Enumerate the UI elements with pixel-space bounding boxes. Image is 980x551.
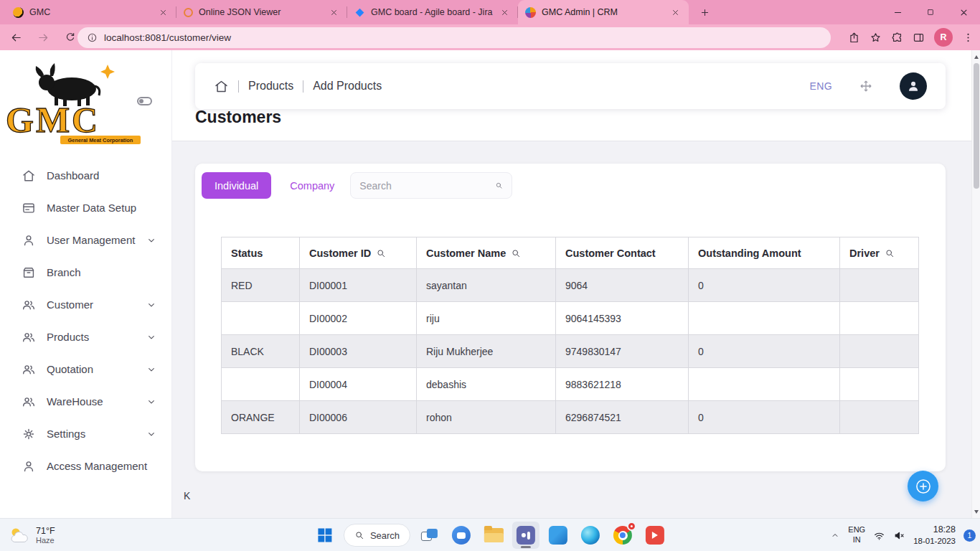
column-customer-id: Customer ID: [300, 237, 417, 269]
browser-tabs: GMC Online JSON Viewer GMC board - Agile…: [0, 0, 689, 24]
cell-customer-name: debashis: [417, 368, 556, 401]
profile-button[interactable]: [900, 72, 927, 100]
sidebar-item-customer[interactable]: Customer: [0, 288, 171, 321]
branch-icon: [22, 265, 36, 280]
user-avatar-icon: [906, 79, 920, 93]
edge-browser-button[interactable]: [577, 522, 604, 549]
sidebar-item-user-management[interactable]: User Management: [0, 224, 171, 256]
browser-menu-kebab-icon[interactable]: [962, 32, 974, 44]
tab-gmc-admin-crm[interactable]: GMC Admin | CRM: [518, 0, 689, 24]
weather-haze-icon: [9, 526, 30, 545]
bookmark-star-icon[interactable]: [870, 32, 882, 44]
sidebar-item-settings[interactable]: Settings: [0, 418, 171, 450]
browser-profile-avatar[interactable]: R: [934, 28, 953, 47]
side-panel-icon[interactable]: [913, 32, 925, 44]
home-icon[interactable]: [214, 79, 229, 94]
back-button[interactable]: [6, 27, 26, 47]
weather-widget[interactable]: 71°F Haze: [3, 519, 61, 551]
column-search-icon[interactable]: [511, 248, 521, 258]
tab-close-icon[interactable]: [499, 6, 511, 19]
add-products-link[interactable]: Add Products: [313, 80, 382, 93]
cell-status: [222, 302, 300, 335]
move-arrows-icon[interactable]: [859, 80, 872, 93]
task-view-button[interactable]: [415, 522, 443, 549]
window-minimize-button[interactable]: [881, 0, 914, 24]
table-row[interactable]: BLACK DI00003 Riju Mukherjee 9749830147 …: [222, 335, 919, 368]
table-row[interactable]: RED DI00001 sayantan 9064 0: [222, 269, 919, 302]
table-row[interactable]: ORANGE DI00006 rohon 6296874521 0: [222, 401, 919, 434]
scrollbar-thumb[interactable]: [974, 63, 979, 189]
weather-temp: 71°F: [36, 526, 55, 536]
customer-people-icon: [22, 298, 36, 312]
notification-count-badge[interactable]: 1: [963, 529, 976, 542]
customers-table-wrap: Status Customer ID Customer Name Custome…: [221, 237, 919, 434]
warehouse-icon: [22, 395, 36, 409]
cell-status: [222, 368, 300, 401]
start-button[interactable]: [311, 522, 339, 549]
stray-footer-text: K: [184, 490, 190, 501]
table-row[interactable]: DI00002 riju 9064145393: [222, 302, 919, 335]
file-explorer-button[interactable]: [480, 522, 507, 549]
chrome-browser-button[interactable]: [609, 522, 636, 549]
input-language-indicator[interactable]: ENG IN: [848, 525, 865, 545]
page-scrollbar[interactable]: [971, 50, 980, 518]
sidebar-item-quotation[interactable]: Quotation: [0, 353, 171, 385]
search-icon[interactable]: [495, 179, 503, 192]
products-link[interactable]: Products: [248, 80, 293, 93]
scroll-up-arrow[interactable]: [972, 52, 980, 62]
blue-app-button[interactable]: [545, 522, 572, 549]
column-search-icon[interactable]: [885, 248, 895, 258]
share-icon[interactable]: [848, 32, 860, 44]
tab-close-icon[interactable]: [157, 6, 169, 19]
cell-customer-id: DI00004: [300, 368, 417, 401]
individual-tab-button[interactable]: Individual: [202, 172, 271, 199]
extensions-puzzle-icon[interactable]: [891, 32, 903, 44]
column-search-icon[interactable]: [376, 248, 386, 258]
new-tab-button[interactable]: [694, 2, 715, 22]
sidebar-item-master-data-setup[interactable]: Master Data Setup: [0, 192, 171, 224]
sidebar-item-label: Quotation: [47, 363, 93, 375]
window-maximize-button[interactable]: [914, 0, 947, 24]
network-wifi-icon[interactable]: [873, 529, 885, 542]
volume-muted-icon[interactable]: [893, 529, 905, 542]
tab-jira[interactable]: GMC board - Agile board - Jira: [347, 0, 518, 24]
search-input[interactable]: [359, 180, 489, 192]
cell-driver: [840, 269, 919, 302]
browser-toolbar-icons: R: [848, 24, 974, 50]
cell-customer-contact: 9064145393: [556, 302, 689, 335]
language-selector[interactable]: ENG: [809, 80, 832, 92]
hidden-icons-chevron-icon[interactable]: [830, 530, 840, 540]
crm-favicon: [525, 7, 536, 18]
customers-card: Individual Company Status Cu: [195, 164, 946, 471]
add-customer-fab[interactable]: [908, 471, 938, 501]
sidebar-toggle-switch[interactable]: [137, 97, 152, 105]
red-app-button[interactable]: [641, 522, 669, 549]
scroll-down-arrow[interactable]: [972, 507, 980, 517]
cell-driver: [840, 302, 919, 335]
tab-close-icon[interactable]: [328, 6, 340, 19]
forward-button[interactable]: [33, 27, 53, 47]
tab-close-icon[interactable]: [669, 6, 682, 19]
clock-widget[interactable]: 18:28 18-01-2023: [913, 524, 956, 546]
taskbar-search[interactable]: Search: [344, 524, 410, 547]
task-view-icon: [421, 529, 438, 542]
window-close-button[interactable]: [947, 0, 980, 24]
address-bar[interactable]: localhost:8081/customer/view: [77, 27, 831, 48]
sidebar-item-dashboard[interactable]: Dashboard: [0, 159, 171, 192]
sidebar-item-access-management[interactable]: Access Management: [0, 450, 171, 482]
tab-json-viewer[interactable]: Online JSON Viewer: [176, 0, 347, 24]
tab-gmc[interactable]: GMC: [6, 0, 176, 24]
plus-circle-icon: [914, 477, 933, 496]
chrome-notification-badge: [627, 522, 636, 531]
chat-app-button[interactable]: [448, 522, 475, 549]
teams-app-button[interactable]: [512, 522, 540, 549]
site-info-icon[interactable]: [87, 32, 98, 43]
company-tab-button[interactable]: Company: [290, 180, 334, 192]
sidebar-item-branch[interactable]: Branch: [0, 256, 171, 288]
cell-customer-contact: 9749830147: [556, 335, 689, 368]
table-row[interactable]: DI00004 debashis 9883621218: [222, 368, 919, 401]
sidebar-item-products[interactable]: Products: [0, 321, 171, 353]
folder-icon: [484, 528, 504, 542]
sidebar-item-warehouse[interactable]: WareHouse: [0, 385, 171, 418]
topbar-right-group: ENG: [809, 72, 927, 100]
